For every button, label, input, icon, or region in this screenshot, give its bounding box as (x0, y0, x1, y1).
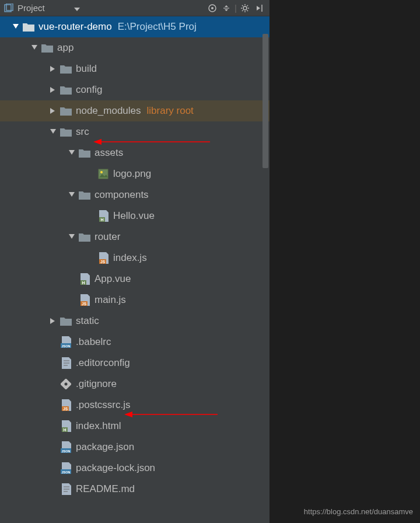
svg-text:H: H (100, 218, 103, 222)
json-file-icon: JSON (60, 336, 72, 348)
folder-icon (78, 189, 91, 201)
svg-line-11 (242, 5, 243, 6)
git-file-icon (60, 378, 72, 390)
file-label: .gitignore (76, 378, 117, 390)
folder-node-modules[interactable]: node_modules library root (0, 100, 270, 121)
folder-icon (41, 41, 54, 54)
scroll-to-source-icon[interactable] (205, 1, 219, 15)
svg-marker-23 (69, 150, 75, 155)
file-package-json[interactable]: JSON package.json (0, 437, 270, 458)
view-dropdown-icon[interactable] (74, 3, 80, 13)
file-label: main.js (94, 294, 126, 306)
svg-marker-21 (50, 108, 55, 114)
folder-icon (60, 83, 72, 96)
svg-text:JSON: JSON (62, 470, 71, 474)
svg-marker-16 (257, 6, 260, 11)
svg-text:H: H (82, 281, 85, 285)
folder-build[interactable]: build (0, 58, 270, 79)
folder-icon (22, 20, 35, 33)
file-main-js[interactable]: JS main.js (0, 290, 270, 311)
file-label: .babelrc (76, 336, 111, 348)
vue-file-icon: H (97, 210, 110, 222)
folder-icon (60, 104, 72, 117)
tree-root[interactable]: vue-router-demo E:\Project\H5 Proj (0, 16, 270, 37)
file-editorconfig[interactable]: .editorconfig (0, 353, 270, 374)
folder-label: node_modules (76, 105, 141, 117)
chevron-down-icon[interactable] (12, 24, 20, 30)
file-label: package.json (76, 441, 134, 453)
file-postcssrc[interactable]: JS .postcssrc.js (0, 395, 270, 416)
svg-text:H: H (63, 428, 66, 432)
toolbar-title: Project (18, 3, 45, 13)
svg-marker-18 (32, 45, 37, 50)
project-toolbar: Project | (0, 0, 270, 16)
file-hello-vue[interactable]: H Hello.vue (0, 205, 270, 226)
chevron-right-icon[interactable] (49, 108, 57, 114)
file-package-lock[interactable]: JSON package-lock.json (0, 458, 270, 479)
collapse-all-icon[interactable] (219, 1, 233, 15)
folder-label: static (76, 315, 99, 327)
folder-label: components (94, 189, 149, 201)
svg-point-43 (65, 383, 68, 386)
svg-marker-29 (69, 234, 75, 239)
chevron-down-icon[interactable] (68, 192, 76, 198)
js-file-icon: JS (60, 399, 72, 412)
svg-marker-17 (13, 24, 19, 29)
folder-components[interactable]: components (0, 184, 270, 205)
chevron-right-icon[interactable] (49, 66, 57, 72)
project-tree: vue-router-demo E:\Project\H5 Proj app b… (0, 16, 270, 523)
file-label: README.md (76, 483, 135, 495)
folder-router[interactable]: router (0, 226, 270, 247)
json-file-icon: JSON (60, 462, 72, 475)
svg-marker-19 (50, 66, 55, 72)
file-router-index-js[interactable]: JS index.js (0, 247, 270, 269)
html-file-icon: H (60, 420, 72, 433)
folder-label: assets (94, 147, 123, 159)
folder-icon (78, 147, 91, 159)
project-panel: Project | vue-router-demo E:\Project\H5 … (0, 0, 270, 523)
folder-icon (60, 62, 72, 75)
library-root-note: library root (147, 105, 194, 117)
svg-point-25 (100, 171, 103, 173)
file-readme[interactable]: README.md (0, 479, 270, 500)
svg-marker-26 (69, 192, 75, 197)
file-label: index.js (113, 252, 147, 264)
folder-assets[interactable]: assets (0, 142, 270, 163)
svg-line-13 (242, 10, 243, 11)
file-app-vue[interactable]: H App.vue (0, 269, 270, 290)
file-babelrc[interactable]: JSON .babelrc (0, 332, 270, 353)
project-icon (4, 3, 14, 13)
file-label: .editorconfig (76, 357, 130, 369)
json-file-icon: JSON (60, 441, 72, 454)
folder-label: app (57, 42, 74, 54)
folder-src[interactable]: src (0, 121, 270, 142)
chevron-down-icon[interactable] (49, 129, 57, 135)
svg-text:JS: JS (82, 302, 87, 306)
file-gitignore[interactable]: .gitignore (0, 374, 270, 395)
file-logo-png[interactable]: logo.png (0, 163, 270, 184)
folder-icon (60, 315, 72, 327)
folder-static[interactable]: static (0, 311, 270, 332)
text-file-icon (60, 357, 72, 369)
vue-file-icon: H (78, 273, 91, 285)
tree-scrollbar[interactable] (262, 34, 268, 168)
hide-panel-icon[interactable] (252, 1, 266, 15)
folder-label: src (76, 126, 89, 138)
svg-marker-36 (50, 318, 55, 324)
folder-config[interactable]: config (0, 79, 270, 100)
gear-icon[interactable] (238, 1, 252, 15)
svg-point-4 (211, 7, 214, 9)
chevron-down-icon[interactable] (68, 150, 76, 156)
svg-line-14 (247, 5, 249, 6)
svg-text:JS: JS (63, 407, 68, 411)
watermark: https://blog.csdn.net/duansamve (304, 507, 413, 516)
chevron-right-icon[interactable] (49, 318, 57, 324)
folder-label: config (76, 84, 102, 96)
chevron-down-icon[interactable] (68, 234, 76, 240)
file-index-html[interactable]: H index.html (0, 416, 270, 437)
chevron-right-icon[interactable] (49, 87, 57, 93)
chevron-down-icon[interactable] (30, 45, 38, 51)
folder-app[interactable]: app (0, 37, 270, 58)
svg-marker-2 (74, 8, 80, 11)
svg-point-6 (243, 6, 247, 10)
